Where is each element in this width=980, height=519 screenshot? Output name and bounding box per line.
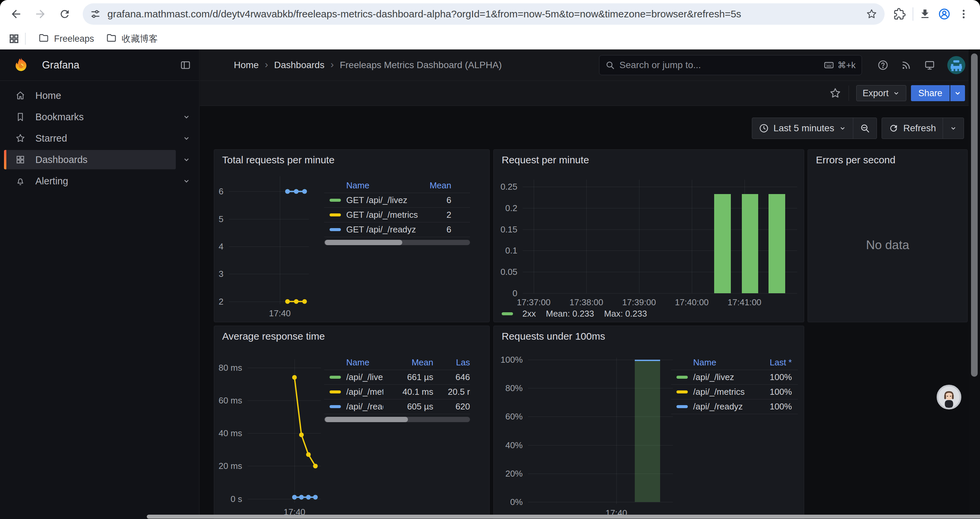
legend-series-name[interactable]: GET /api/_/livez xyxy=(346,195,420,205)
bar[interactable] xyxy=(714,194,730,293)
breadcrumb-dashboards[interactable]: Dashboards xyxy=(274,60,325,70)
search-placeholder: Search or jump to... xyxy=(619,60,819,70)
legend-row[interactable]: /api/_/metrics100% xyxy=(671,385,798,399)
y-axis-tick-label: 0.05 xyxy=(500,267,517,277)
floating-assistant-avatar[interactable] xyxy=(937,385,961,409)
legend-row[interactable]: /api/_/readyz100% xyxy=(671,399,798,414)
reload-icon[interactable] xyxy=(57,6,72,22)
favorite-star-icon[interactable] xyxy=(829,87,841,99)
horizontal-scrollbar-thumb[interactable] xyxy=(147,515,980,519)
brand-name: Grafana xyxy=(42,59,180,71)
legend-series-name[interactable]: /api/_/readyz xyxy=(693,401,748,412)
monitor-icon[interactable] xyxy=(924,59,935,71)
legend-scrollbar[interactable] xyxy=(324,417,470,422)
chart-avg-response-time[interactable]: 80 ms60 ms40 ms20 ms0 s17:40 xyxy=(248,359,321,503)
chart-request-per-minute[interactable]: 0.250.20.150.10.05017:37:0017:38:0017:39… xyxy=(523,180,797,293)
search-input[interactable]: Search or jump to... ⌘+k xyxy=(599,55,862,75)
help-icon[interactable] xyxy=(877,59,889,71)
refresh-interval-button[interactable] xyxy=(943,118,964,139)
breadcrumb-home[interactable]: Home xyxy=(234,60,259,70)
legend-row[interactable]: /api/_/livez100% xyxy=(671,370,798,385)
legend-series-name[interactable]: /api/_/livez xyxy=(693,372,748,382)
panel-title[interactable]: Errors per second xyxy=(816,154,895,166)
legend-row[interactable]: GET /api/_/livez6 xyxy=(324,193,470,208)
legend-scrollbar-thumb[interactable] xyxy=(325,417,408,422)
grafana-logo[interactable] xyxy=(12,56,30,74)
user-avatar[interactable] xyxy=(947,56,965,74)
legend-row[interactable]: GET /api/_/metrics2 xyxy=(324,208,470,222)
refresh-button[interactable]: Refresh xyxy=(882,118,943,139)
legend-series-name[interactable]: GET /api/_/readyz xyxy=(346,224,420,235)
share-menu-button[interactable] xyxy=(950,85,965,101)
legend-header-value[interactable]: Las xyxy=(433,357,470,368)
zoom-out-button[interactable] xyxy=(853,118,877,139)
legend-color-dash xyxy=(676,376,688,379)
chart-total-requests[interactable]: 6543217:40 xyxy=(229,176,309,304)
panel-title[interactable]: Requests under 100ms xyxy=(502,331,605,342)
bookmark-folder-blogs[interactable]: 收藏博客 xyxy=(100,30,164,48)
chevron-down-icon[interactable] xyxy=(183,177,191,185)
legend-header-name[interactable]: Name xyxy=(329,357,383,368)
apps-grid-icon[interactable] xyxy=(8,33,20,45)
profile-icon[interactable] xyxy=(937,6,952,22)
legend-series-name[interactable]: GET /api/_/metrics xyxy=(346,210,420,220)
legend-row[interactable]: GET /api/_/readyz6 xyxy=(324,222,470,237)
y-axis-tick-label: 60 ms xyxy=(218,395,242,406)
share-button[interactable]: Share xyxy=(911,85,950,101)
legend-header-value[interactable]: Mean xyxy=(420,180,470,191)
legend-series-name[interactable]: /api/_/metrics xyxy=(346,387,383,397)
legend-item[interactable]: Max: 0.233 xyxy=(604,308,647,319)
bookmark-folder-freeleaps[interactable]: Freeleaps xyxy=(32,30,100,48)
chart-requests-under-100ms[interactable]: 100%80%60%40%20%0%17:40 xyxy=(528,358,673,504)
chevron-down-icon[interactable] xyxy=(183,134,191,142)
legend-series-name[interactable]: /api/_/readyz xyxy=(346,401,383,412)
legend-header-value[interactable]: Last * xyxy=(748,357,798,368)
sidebar-item-home[interactable]: Home xyxy=(0,85,199,106)
menu-dots-icon[interactable] xyxy=(956,6,971,22)
legend-scrollbar[interactable] xyxy=(324,240,470,245)
legend-row[interactable]: /api/_/readyz605 µs620 xyxy=(324,399,470,414)
legend-series-name[interactable]: /api/_/metrics xyxy=(693,387,748,397)
breadcrumb: Home › Dashboards › Freeleaps Metrics Da… xyxy=(234,50,502,81)
vertical-scrollbar[interactable] xyxy=(969,50,980,519)
back-icon[interactable] xyxy=(8,6,24,22)
legend-header-value[interactable]: Mean xyxy=(383,357,433,368)
legend-scrollbar-thumb[interactable] xyxy=(325,240,402,245)
panel-title[interactable]: Total requests per minute xyxy=(222,154,334,166)
url-bar[interactable]: grafana.mathmast.com/d/deytv4rwavabkb/fr… xyxy=(83,3,885,25)
forward-icon[interactable] xyxy=(33,6,48,22)
legend-color-dash xyxy=(502,312,513,315)
collapse-sidebar-icon[interactable] xyxy=(180,59,191,71)
url-text[interactable]: grafana.mathmast.com/d/deytv4rwavabkb/fr… xyxy=(107,8,866,20)
sidebar-item-starred[interactable]: Starred xyxy=(0,128,199,149)
chevron-down-icon[interactable] xyxy=(183,113,191,121)
panel-title[interactable]: Request per minute xyxy=(502,154,589,166)
horizontal-scrollbar[interactable] xyxy=(0,514,980,519)
bar[interactable] xyxy=(742,194,758,293)
bookmark-star-icon[interactable] xyxy=(866,8,877,20)
legend-item[interactable]: Mean: 0.233 xyxy=(546,308,594,319)
legend-header-name[interactable]: Name xyxy=(329,180,420,191)
folder-icon xyxy=(38,32,49,45)
legend-value: 646 xyxy=(433,372,470,382)
site-settings-icon[interactable] xyxy=(90,9,101,19)
news-rss-icon[interactable] xyxy=(900,59,912,71)
y-axis-tick-label: 80 ms xyxy=(218,363,242,373)
legend-series-name[interactable]: /api/_/livez xyxy=(346,372,383,382)
vertical-scrollbar-thumb[interactable] xyxy=(971,53,978,377)
bar[interactable] xyxy=(635,360,660,501)
time-range-picker[interactable]: Last 5 minutes xyxy=(752,118,853,139)
sidebar-item-dashboards[interactable]: Dashboards xyxy=(0,149,199,170)
export-button[interactable]: Export xyxy=(856,85,906,101)
bar[interactable] xyxy=(768,194,785,293)
legend-item[interactable]: 2xx xyxy=(502,308,536,319)
legend-row[interactable]: /api/_/metrics40.1 ms20.5 r xyxy=(324,385,470,399)
panel-title[interactable]: Average response time xyxy=(222,331,325,342)
extensions-icon[interactable] xyxy=(892,6,907,22)
legend-header-name[interactable]: Name xyxy=(676,357,748,368)
legend-row[interactable]: /api/_/livez661 µs646 xyxy=(324,370,470,385)
downloads-icon[interactable] xyxy=(917,6,932,22)
chevron-down-icon[interactable] xyxy=(183,156,191,164)
sidebar-item-alerting[interactable]: Alerting xyxy=(0,170,199,192)
sidebar-item-bookmarks[interactable]: Bookmarks xyxy=(0,106,199,128)
